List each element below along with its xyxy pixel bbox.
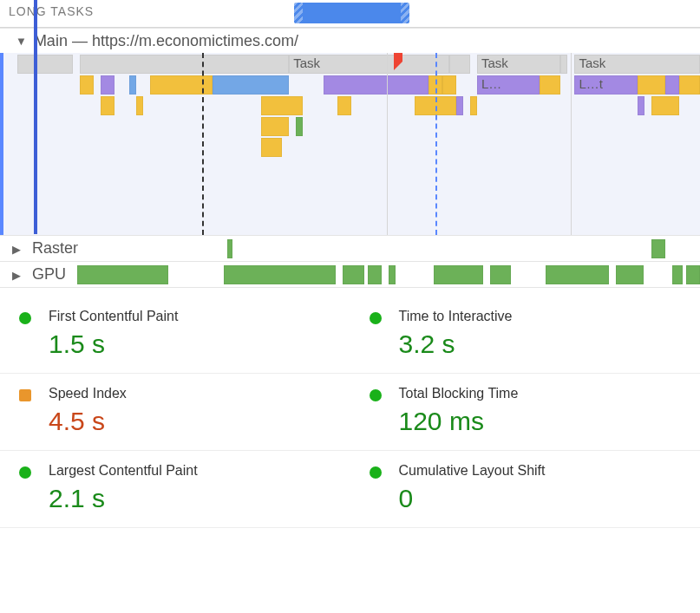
flame-segment[interactable] bbox=[368, 265, 382, 284]
flame-segment[interactable] bbox=[540, 75, 560, 95]
metric-label: First Contentful Paint bbox=[49, 309, 342, 324]
timeline-marker bbox=[571, 53, 572, 235]
flame-segment[interactable] bbox=[490, 265, 511, 284]
flame-segment[interactable] bbox=[679, 75, 700, 95]
flame-segment[interactable] bbox=[434, 265, 482, 284]
flame-segment[interactable] bbox=[17, 55, 73, 74]
metric-label: Time to Interactive bbox=[399, 309, 692, 324]
gpu-track-label: GPU bbox=[32, 265, 66, 283]
flame-segment[interactable] bbox=[261, 138, 282, 157]
flame-segment[interactable] bbox=[101, 96, 114, 115]
disclosure-right-icon[interactable]: ▶ bbox=[12, 243, 21, 256]
long-tasks-track[interactable]: LONG TASKS bbox=[0, 0, 700, 28]
flame-segment[interactable] bbox=[77, 265, 168, 284]
flame-segment[interactable] bbox=[224, 265, 336, 284]
raster-track-header[interactable]: ▶ Raster bbox=[12, 239, 82, 258]
metric-value: 3.2 s bbox=[399, 329, 692, 359]
flame-segment[interactable] bbox=[101, 75, 114, 95]
flame-segment[interactable] bbox=[80, 75, 94, 95]
flame-segment[interactable] bbox=[470, 96, 477, 115]
status-dot-icon bbox=[19, 312, 31, 324]
flame-segment[interactable] bbox=[686, 265, 700, 284]
raster-track-label: Raster bbox=[32, 239, 78, 257]
flame-segment[interactable]: L… bbox=[477, 75, 540, 95]
flame-segment[interactable] bbox=[324, 75, 428, 95]
metric-card: Time to Interactive3.2 s bbox=[350, 297, 701, 374]
flame-segment[interactable] bbox=[665, 75, 679, 95]
main-track-header[interactable]: ▼ Main — https://m.economictimes.com/ bbox=[0, 29, 700, 53]
status-dot-icon bbox=[19, 466, 31, 479]
metric-card: Speed Index4.5 s bbox=[0, 374, 350, 451]
flame-segment[interactable] bbox=[442, 75, 456, 95]
long-tasks-label: LONG TASKS bbox=[9, 4, 94, 18]
status-dot-icon bbox=[370, 312, 382, 324]
metric-value: 1.5 s bbox=[49, 329, 342, 359]
disclosure-right-icon[interactable]: ▶ bbox=[12, 269, 21, 282]
flame-segment[interactable] bbox=[261, 96, 303, 115]
timeline-marker bbox=[387, 53, 388, 235]
flame-segment[interactable] bbox=[638, 75, 665, 95]
flame-segment[interactable] bbox=[456, 96, 463, 115]
flame-segment[interactable] bbox=[343, 265, 363, 284]
main-flame-chart[interactable]: TaskTaskTaskL…L…t bbox=[0, 53, 700, 235]
flame-segment[interactable] bbox=[651, 239, 665, 258]
warning-flag-icon bbox=[394, 53, 402, 70]
metric-value: 120 ms bbox=[399, 407, 692, 436]
flame-segment[interactable] bbox=[651, 96, 679, 115]
flame-segment[interactable] bbox=[638, 96, 644, 115]
metric-value: 4.5 s bbox=[49, 407, 342, 436]
metric-label: Total Blocking Time bbox=[399, 386, 692, 401]
flame-segment[interactable] bbox=[261, 117, 289, 136]
timeline-marker bbox=[435, 53, 437, 235]
flame-segment[interactable] bbox=[560, 55, 567, 74]
flame-segment[interactable] bbox=[337, 96, 351, 115]
flame-segment[interactable] bbox=[672, 265, 683, 284]
metric-card: Total Blocking Time120 ms bbox=[350, 374, 701, 451]
metric-card: First Contentful Paint1.5 s bbox=[0, 297, 350, 374]
status-dot-icon bbox=[19, 389, 31, 401]
metric-card: Cumulative Layout Shift0 bbox=[350, 451, 701, 528]
raster-track[interactable]: ▶ Raster bbox=[0, 236, 700, 262]
main-track-title: Main — https://m.economictimes.com/ bbox=[34, 32, 298, 50]
long-task-segment[interactable] bbox=[294, 3, 409, 23]
flame-segment[interactable]: L…t bbox=[574, 75, 637, 95]
flame-segment[interactable] bbox=[136, 96, 143, 115]
status-dot-icon bbox=[370, 466, 382, 479]
disclosure-down-icon[interactable]: ▼ bbox=[16, 35, 27, 48]
performance-metrics: First Contentful Paint1.5 sTime to Inter… bbox=[0, 288, 700, 528]
metric-label: Largest Contentful Paint bbox=[49, 463, 342, 479]
flame-segment[interactable] bbox=[227, 239, 232, 258]
flame-segment[interactable] bbox=[616, 265, 644, 284]
status-dot-icon bbox=[370, 389, 382, 401]
gpu-track-header[interactable]: ▶ GPU bbox=[12, 265, 69, 284]
gpu-track[interactable]: ▶ GPU bbox=[0, 262, 700, 288]
flame-segment[interactable]: Task bbox=[289, 55, 449, 74]
timeline-marker bbox=[202, 53, 204, 235]
flame-segment[interactable] bbox=[80, 55, 289, 74]
flame-segment[interactable]: Task bbox=[574, 55, 700, 74]
flame-segment[interactable] bbox=[129, 75, 136, 95]
flame-segment[interactable] bbox=[213, 75, 289, 95]
flame-segment[interactable]: Task bbox=[477, 55, 560, 74]
metric-card: Largest Contentful Paint2.1 s bbox=[0, 451, 350, 528]
metric-label: Cumulative Layout Shift bbox=[399, 463, 692, 479]
metric-label: Speed Index bbox=[49, 386, 342, 401]
main-track[interactable]: ▼ Main — https://m.economictimes.com/ Ta… bbox=[0, 28, 700, 236]
flame-segment[interactable] bbox=[389, 265, 396, 284]
flame-segment[interactable] bbox=[546, 265, 609, 284]
metric-value: 0 bbox=[399, 484, 692, 513]
metric-value: 2.1 s bbox=[49, 484, 342, 513]
flame-segment[interactable] bbox=[296, 117, 303, 136]
flame-segment[interactable] bbox=[449, 55, 470, 74]
